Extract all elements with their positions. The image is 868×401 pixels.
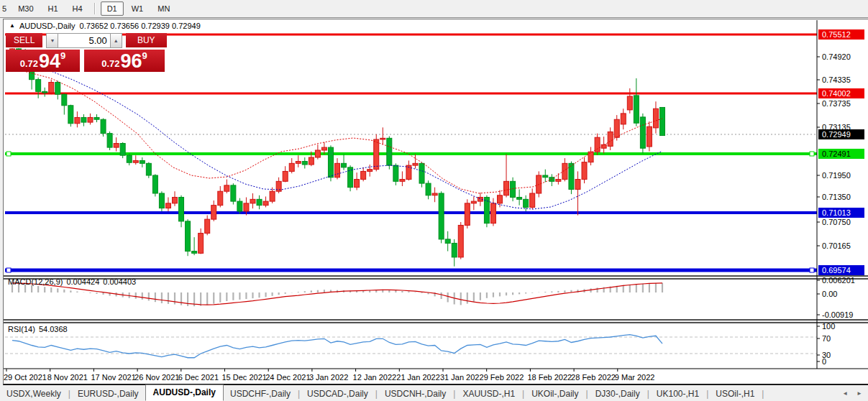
volume-input[interactable]: 5.00 — [58, 33, 109, 48]
axis-tick-label: 0.71350 — [822, 193, 851, 201]
date-tick-label: 24 Dec 2021 — [265, 373, 310, 382]
timeframe-button-h1[interactable]: H1 — [42, 1, 65, 16]
axis-tick-label: 0.006201 — [822, 276, 855, 285]
date-tick-label: 9 Mar 2022 — [615, 373, 655, 382]
axis-tick-label: 70 — [822, 334, 831, 343]
sell-price-base: 0.72 — [20, 58, 38, 69]
timeframe-button-h4[interactable]: H4 — [66, 1, 89, 16]
date-tick-label: 29 Oct 2021 — [4, 373, 47, 382]
axis-tick-label: 0.73735 — [822, 99, 851, 108]
buy-price-base: 0.72 — [101, 58, 119, 69]
volume-decrease-button[interactable]: ▼ — [46, 33, 58, 48]
symbol-tab-usdchf-[interactable]: USDCHF-,Daily — [224, 387, 297, 400]
sell-price-button[interactable]: 0.72 94 9 — [6, 50, 80, 72]
date-tick-label: 26 Nov 2021 — [134, 373, 179, 382]
timeframe-toolbar: 5M30H1H4D1W1MN — [0, 0, 868, 18]
rsi-value: 54.0368 — [39, 325, 68, 333]
price-badge-label: 0.75512 — [822, 30, 851, 39]
chart-window: 0.749200.743350.737350.731350.719500.713… — [3, 19, 868, 385]
toolbar-separator — [94, 3, 96, 14]
spin-up-icon: ▲ — [114, 38, 119, 43]
timeframe-button-w1[interactable]: W1 — [125, 1, 150, 16]
symbol-tab-audusd-[interactable]: AUDUSD-,Daily — [145, 384, 224, 401]
axis-tick-label: -0.00919 — [822, 310, 853, 319]
date-tick-label: 28 Feb 2022 — [571, 373, 616, 382]
axis-tick-label: 0.71950 — [822, 171, 851, 180]
date-tick-label: 9 Feb 2022 — [484, 373, 524, 382]
axis-tick-label: 0.00 — [822, 290, 837, 298]
scroll-right-icon[interactable]: ► — [856, 390, 862, 397]
trading-platform-window: { "toolbar": { "timeframes": [ {"label":… — [0, 0, 868, 401]
timeframe-button-d1[interactable]: D1 — [101, 1, 124, 16]
volume-increase-button[interactable]: ▲ — [110, 33, 122, 48]
axis-tick-label: 0.74920 — [822, 52, 851, 61]
price-badge-label: 0.71013 — [822, 208, 851, 217]
timeframe-button-5[interactable]: 5 — [0, 1, 10, 16]
symbol-tab-xauusd-[interactable]: XAUUSD-,H1 — [456, 387, 521, 400]
axis-tick-label: 0 — [822, 357, 826, 366]
symbol-tab-ukoil-[interactable]: UKOil-,Daily — [525, 387, 585, 400]
chart-symbol-label: AUDUSD-,Daily — [19, 22, 76, 30]
buy-button[interactable]: BUY — [126, 33, 167, 48]
price-badge-label: 0.72491 — [822, 149, 851, 158]
rsi-pane — [5, 335, 817, 358]
price-badge-label: 0.74002 — [822, 89, 851, 98]
date-tick-label: 6 Dec 2021 — [178, 373, 219, 382]
scroll-left-icon[interactable]: ◄ — [842, 390, 848, 397]
macd-value-main: 0.004424 — [66, 277, 99, 286]
symbol-tab-dj30-[interactable]: DJ30-,Daily — [589, 387, 647, 400]
tab-separator: | — [761, 389, 764, 399]
date-tick-label: 15 Dec 2021 — [222, 373, 267, 382]
symbol-tab-usdcad-[interactable]: USDCAD-,Daily — [301, 387, 375, 400]
symbol-tab-eurusd-[interactable]: EURUSD-,Daily — [71, 387, 145, 400]
date-tick-label: 12 Jan 2022 — [353, 373, 397, 382]
timeframe-button-m30[interactable]: M30 — [12, 1, 40, 16]
axis-tick-label: 0.70165 — [822, 241, 851, 250]
date-tick-label: 18 Feb 2022 — [527, 373, 572, 382]
symbol-tab-bar: USDX,Weekly|EURUSD-,DailyAUDUSD-,DailyUS… — [0, 386, 868, 401]
price-badge-label: 0.72949 — [822, 130, 851, 139]
chart-ohlc-values: 0.73652 0.73656 0.72939 0.72949 — [80, 22, 201, 30]
one-click-trading-panel: SELL ▼ 5.00 ▲ BUY 0.72 94 9 0.72 96 9 — [6, 33, 167, 72]
axis-tick-label: 100 — [822, 322, 835, 331]
date-tick-label: 8 Nov 2021 — [47, 373, 88, 382]
date-tick-label: 31 Jan 2022 — [440, 373, 484, 382]
date-axis: 29 Oct 20218 Nov 202117 Nov 202126 Nov 2… — [4, 369, 654, 382]
sell-price-sup: 9 — [60, 50, 65, 61]
tab-scroll-controls: ◄► — [842, 390, 868, 397]
spin-down-icon: ▼ — [50, 38, 55, 43]
axis-tick-label: 0.70750 — [822, 218, 851, 226]
chart-canvas: 0.749200.743350.737350.731350.719500.713… — [4, 19, 868, 386]
sell-button[interactable]: SELL — [6, 33, 42, 48]
buy-price-big: 96 — [121, 52, 142, 71]
rsi-name: RSI(14) — [8, 325, 35, 333]
date-tick-label: 17 Nov 2021 — [91, 373, 135, 382]
buy-price-sup: 9 — [142, 50, 147, 61]
macd-pane — [12, 283, 662, 306]
macd-name: MACD(12,26,9) — [8, 277, 63, 286]
timeframe-button-mn[interactable]: MN — [151, 1, 176, 16]
macd-indicator-label: MACD(12,26,9) 0.004424 0.004403 — [8, 277, 136, 286]
symbol-tab-usoil-[interactable]: USOil-,H1 — [709, 387, 761, 400]
chart-title: ▲ AUDUSD-,Daily 0.73652 0.73656 0.72939 … — [9, 22, 201, 30]
buy-price-button[interactable]: 0.72 96 9 — [84, 50, 165, 72]
sell-price-big: 94 — [39, 52, 60, 71]
date-tick-label: 21 Jan 2022 — [396, 373, 440, 382]
symbol-tab-uk100-[interactable]: UK100-,H1 — [650, 387, 705, 400]
axis-tick-label: 0.74335 — [822, 75, 851, 84]
candles-layer — [10, 46, 665, 267]
price-badge-label: 0.69574 — [822, 266, 851, 275]
symbol-tab-usdx[interactable]: USDX,Weekly — [0, 387, 68, 400]
date-tick-label: 3 Jan 2022 — [309, 373, 348, 382]
macd-value-signal: 0.004403 — [103, 277, 136, 286]
rsi-indicator-label: RSI(14) 54.0368 — [8, 325, 68, 333]
symbol-tab-usdcnh-[interactable]: USDCNH-,Daily — [378, 387, 452, 400]
collapse-panel-icon[interactable]: ▲ — [9, 22, 15, 29]
